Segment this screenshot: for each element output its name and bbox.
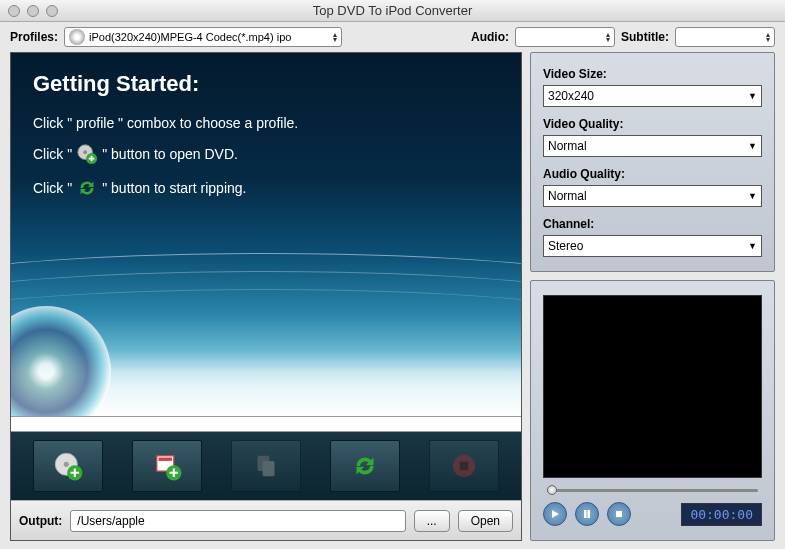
profiles-select[interactable]: iPod(320x240)MPEG-4 Codec(*.mp4) ipo ▴▾ bbox=[64, 27, 342, 47]
status-strip bbox=[11, 416, 521, 432]
audio-quality-label: Audio Quality: bbox=[543, 167, 762, 181]
audio-quality-select[interactable]: Normal▼ bbox=[543, 185, 762, 207]
video-size-select[interactable]: 320x240▼ bbox=[543, 85, 762, 107]
svg-rect-7 bbox=[159, 458, 173, 461]
profiles-label: Profiles: bbox=[10, 30, 58, 44]
settings-panel: Video Size: 320x240▼ Video Quality: Norm… bbox=[530, 52, 775, 272]
video-quality-label: Video Quality: bbox=[543, 117, 762, 131]
video-preview bbox=[543, 295, 762, 478]
getting-started-heading: Getting Started: bbox=[33, 71, 499, 97]
audio-quality-value: Normal bbox=[548, 189, 587, 203]
instruction-text: Click " profile " combox to choose a pro… bbox=[33, 115, 298, 131]
chevron-down-icon: ▼ bbox=[748, 241, 757, 251]
seek-slider[interactable] bbox=[543, 484, 762, 496]
add-file-icon bbox=[150, 449, 184, 483]
audio-select[interactable]: ▴▾ bbox=[515, 27, 615, 47]
svg-rect-14 bbox=[588, 510, 591, 518]
stop-button[interactable] bbox=[429, 440, 499, 492]
stop-icon bbox=[614, 509, 624, 519]
svg-rect-15 bbox=[616, 511, 622, 517]
main-toolbar bbox=[11, 432, 521, 500]
convert-button[interactable] bbox=[330, 440, 400, 492]
profiles-value: iPod(320x240)MPEG-4 Codec(*.mp4) ipo bbox=[89, 31, 291, 43]
audio-label: Audio: bbox=[471, 30, 509, 44]
copy-button[interactable] bbox=[231, 440, 301, 492]
instruction-text: Click " bbox=[33, 180, 72, 196]
instruction-text: Click " bbox=[33, 146, 72, 162]
open-dvd-button[interactable] bbox=[33, 440, 103, 492]
pause-button[interactable] bbox=[575, 502, 599, 526]
chevron-down-icon: ▼ bbox=[748, 91, 757, 101]
refresh-icon bbox=[76, 177, 98, 199]
top-toolbar: Profiles: iPod(320x240)MPEG-4 Codec(*.mp… bbox=[0, 22, 785, 52]
subtitle-select[interactable]: ▴▾ bbox=[675, 27, 775, 47]
video-size-value: 320x240 bbox=[548, 89, 594, 103]
instruction-text: " button to start ripping. bbox=[102, 180, 246, 196]
output-label: Output: bbox=[19, 514, 62, 528]
browse-button[interactable]: ... bbox=[414, 510, 450, 532]
chevron-down-icon: ▼ bbox=[748, 191, 757, 201]
subtitle-label: Subtitle: bbox=[621, 30, 669, 44]
window-title: Top DVD To iPod Converter bbox=[0, 3, 785, 18]
stop-player-button[interactable] bbox=[607, 502, 631, 526]
svg-point-4 bbox=[64, 462, 69, 467]
refresh-icon bbox=[348, 449, 382, 483]
svg-rect-13 bbox=[584, 510, 587, 518]
output-path-field[interactable] bbox=[70, 510, 405, 532]
video-quality-value: Normal bbox=[548, 139, 587, 153]
slider-thumb-icon[interactable] bbox=[547, 485, 557, 495]
output-bar: Output: ... Open bbox=[11, 500, 521, 540]
chevron-down-icon: ▴▾ bbox=[762, 32, 770, 42]
svg-rect-12 bbox=[459, 462, 468, 471]
channel-value: Stereo bbox=[548, 239, 583, 253]
copy-icon bbox=[249, 449, 283, 483]
chevron-down-icon: ▴▾ bbox=[602, 32, 610, 42]
play-icon bbox=[550, 509, 560, 519]
main-preview-area: Getting Started: Click " profile " combo… bbox=[11, 53, 521, 416]
open-output-button[interactable]: Open bbox=[458, 510, 513, 532]
channel-label: Channel: bbox=[543, 217, 762, 231]
ipod-icon bbox=[69, 29, 85, 45]
player-panel: 00:00:00 bbox=[530, 280, 775, 541]
time-display: 00:00:00 bbox=[681, 503, 762, 526]
titlebar: Top DVD To iPod Converter bbox=[0, 0, 785, 22]
play-button[interactable] bbox=[543, 502, 567, 526]
chevron-down-icon: ▴▾ bbox=[329, 32, 337, 42]
open-file-button[interactable] bbox=[132, 440, 202, 492]
wave-decoration bbox=[11, 289, 521, 369]
add-disc-icon bbox=[51, 449, 85, 483]
video-quality-select[interactable]: Normal▼ bbox=[543, 135, 762, 157]
add-disc-icon bbox=[76, 143, 98, 165]
chevron-down-icon: ▼ bbox=[748, 141, 757, 151]
svg-point-1 bbox=[84, 150, 88, 154]
channel-select[interactable]: Stereo▼ bbox=[543, 235, 762, 257]
pause-icon bbox=[582, 509, 592, 519]
svg-rect-10 bbox=[263, 461, 275, 476]
instruction-text: " button to open DVD. bbox=[102, 146, 238, 162]
stop-icon bbox=[447, 449, 481, 483]
video-size-label: Video Size: bbox=[543, 67, 762, 81]
